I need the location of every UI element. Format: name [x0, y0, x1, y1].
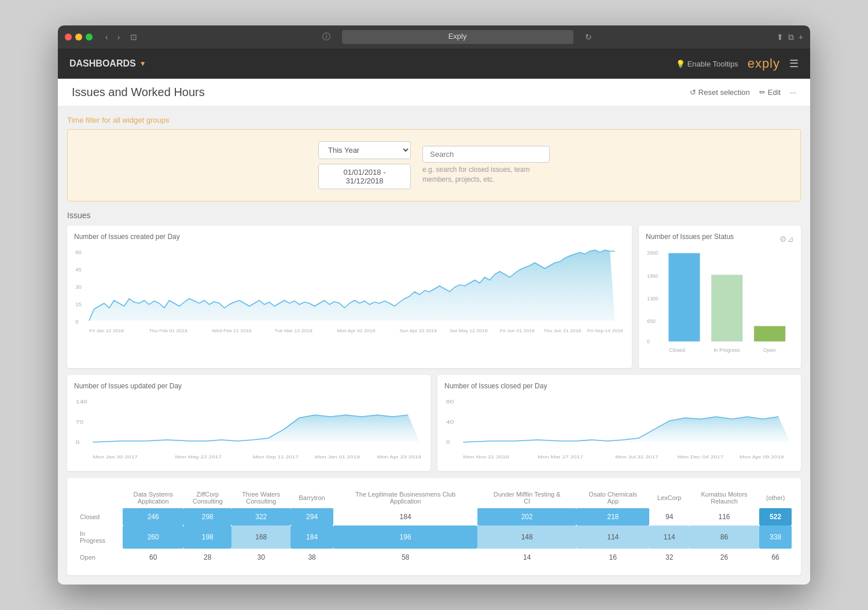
cell-open-data-systems[interactable]: 60 — [123, 549, 183, 566]
svg-text:45: 45 — [75, 267, 82, 273]
col-ziffcorp: ZiffCorpConsulting — [183, 487, 231, 508]
svg-text:0: 0 — [75, 319, 78, 325]
svg-text:Thu Jun 21 2018: Thu Jun 21 2018 — [543, 328, 581, 333]
back-button[interactable]: ‹ — [102, 31, 112, 43]
tabs-button[interactable]: ⧉ — [788, 32, 794, 42]
cell-progress-ziffcorp[interactable]: 198 — [183, 526, 231, 549]
svg-text:2600: 2600 — [647, 250, 659, 256]
issues-per-status-title: Number of Issues per Status — [646, 233, 779, 241]
cell-closed-lexcorp[interactable]: 94 — [649, 508, 689, 526]
cell-progress-barrytron[interactable]: 184 — [290, 526, 333, 549]
cell-closed-three-waters[interactable]: 322 — [231, 508, 290, 526]
cell-closed-dunder[interactable]: 202 — [477, 508, 576, 526]
cell-progress-dunder[interactable]: 148 — [477, 526, 576, 549]
col-legitimate: The Legitimate Businessmens ClubApplicat… — [333, 487, 478, 508]
bottom-charts-row: Number of Issues updated per Day 140 70 … — [67, 375, 801, 471]
chart1-area — [89, 250, 615, 321]
bar-chart-svg: 2600 1950 1300 650 0 Closed In Progress … — [646, 245, 794, 361]
cell-open-other[interactable]: 66 — [759, 549, 792, 566]
page-actions: ↺ Reset selection ✏ Edit ··· — [690, 88, 796, 97]
cell-closed-ziffcorp[interactable]: 298 — [183, 508, 231, 526]
row-label-closed: Closed — [76, 508, 123, 526]
main-window: ‹ › ⊡ ⓘ Exply ↻ ⬆ ⧉ + DASHBOARDS ▼ 💡 Ena… — [58, 25, 810, 585]
col-dunder: Dunder Mifflin Testing &CI — [477, 487, 576, 508]
svg-text:Mon Jan 01 2018: Mon Jan 01 2018 — [315, 454, 360, 459]
cell-closed-other[interactable]: 522 — [759, 508, 792, 526]
col-barrytron: Barrytron — [290, 487, 333, 508]
reset-selection-button[interactable]: ↺ Reset selection — [690, 88, 750, 97]
dashboards-arrow-icon[interactable]: ▼ — [139, 60, 146, 68]
url-field[interactable]: Exply — [342, 30, 573, 44]
cell-closed-data-systems[interactable]: 246 — [123, 508, 183, 526]
svg-text:Sun Apr 22 2018: Sun Apr 22 2018 — [400, 328, 437, 333]
svg-text:Sat May 12 2018: Sat May 12 2018 — [450, 328, 488, 333]
svg-text:Fri Jan 12 2018: Fri Jan 12 2018 — [89, 328, 124, 333]
svg-text:In Progress: In Progress — [713, 347, 740, 353]
top-charts-row: Number of Issues created per Day 60 45 3… — [67, 226, 801, 368]
cell-closed-kumatsu[interactable]: 116 — [689, 508, 759, 526]
enable-tooltips-button[interactable]: 💡 Enable Tooltips — [676, 60, 738, 68]
dots-icon: ··· — [790, 88, 796, 97]
forward-button[interactable]: › — [114, 31, 124, 43]
search-input[interactable] — [422, 146, 550, 163]
info-icon[interactable]: ⓘ — [322, 32, 330, 42]
cell-open-ziffcorp[interactable]: 28 — [183, 549, 231, 566]
cell-closed-legitimate[interactable]: 184 — [333, 508, 478, 526]
cell-progress-three-waters[interactable]: 168 — [231, 526, 290, 549]
minimize-button[interactable] — [75, 34, 82, 41]
filter-icon[interactable]: ⊿ — [787, 234, 794, 244]
bar-in-progress[interactable] — [711, 275, 742, 341]
cell-progress-legitimate[interactable]: 196 — [333, 526, 478, 549]
more-options-button[interactable]: ··· — [790, 88, 796, 97]
cell-open-dunder[interactable]: 14 — [477, 549, 576, 566]
cell-open-lexcorp[interactable]: 32 — [649, 549, 689, 566]
time-filter-section: Time filter for all widget groups This Y… — [67, 116, 801, 201]
settings-icon[interactable]: ⚙ — [779, 234, 787, 244]
table-row: Open 60 28 30 38 58 14 16 32 26 66 — [76, 549, 792, 566]
close-button[interactable] — [65, 34, 72, 41]
cell-open-legitimate[interactable]: 58 — [333, 549, 478, 566]
share-button[interactable]: ⬆ — [777, 32, 784, 42]
title-bar: ‹ › ⊡ ⓘ Exply ↻ ⬆ ⧉ + — [58, 25, 810, 49]
cell-open-kumatsu[interactable]: 26 — [689, 549, 759, 566]
year-select[interactable]: This Year — [318, 141, 411, 159]
cell-progress-other[interactable]: 338 — [759, 526, 792, 549]
search-hint: e.g. search for closed issues, team memb… — [422, 165, 550, 185]
dashboards-text: DASHBOARDS — [69, 58, 136, 69]
menu-icon[interactable]: ☰ — [789, 57, 799, 70]
logo-e-accent: e — [748, 56, 755, 71]
traffic-lights — [65, 34, 93, 41]
maximize-button[interactable] — [86, 34, 93, 41]
svg-text:0: 0 — [647, 339, 650, 344]
cell-open-barrytron[interactable]: 38 — [290, 549, 333, 566]
chart-side-header: Number of Issues per Status ⚙ ⊿ — [646, 233, 794, 245]
bar-closed[interactable] — [668, 253, 700, 341]
svg-text:60: 60 — [75, 249, 82, 255]
cell-closed-osato[interactable]: 218 — [576, 508, 650, 526]
svg-text:Open: Open — [763, 347, 776, 353]
cell-closed-barrytron[interactable]: 294 — [290, 508, 333, 526]
cell-open-three-waters[interactable]: 30 — [231, 549, 290, 566]
reader-icon[interactable]: ⊡ — [130, 32, 137, 42]
edit-button[interactable]: ✏ Edit — [759, 88, 781, 97]
table-row: InProgress 260 198 168 184 196 148 114 1… — [76, 526, 792, 549]
cell-progress-osato[interactable]: 114 — [576, 526, 650, 549]
svg-text:80: 80 — [446, 399, 454, 405]
app-header: DASHBOARDS ▼ 💡 Enable Tooltips exply ☰ — [58, 49, 810, 79]
cell-progress-kumatsu[interactable]: 86 — [689, 526, 759, 549]
issues-updated-title: Number of Issues updated per Day — [74, 382, 424, 390]
bar-open[interactable] — [754, 326, 785, 341]
page-title: Issues and Worked Hours — [72, 86, 205, 99]
new-tab-button[interactable]: + — [799, 32, 803, 42]
reload-button[interactable]: ↻ — [585, 32, 592, 42]
cell-progress-data-systems[interactable]: 260 — [123, 526, 183, 549]
svg-text:Fri Sep 14 2018: Fri Sep 14 2018 — [587, 328, 623, 333]
issues-per-status-chart: Number of Issues per Status ⚙ ⊿ 2600 195… — [639, 226, 801, 368]
page-header: Issues and Worked Hours ↺ Reset selectio… — [58, 79, 810, 106]
row-label-header — [76, 487, 123, 508]
issues-closed-chart: Number of Issues closed per Day 80 40 0 … — [437, 375, 801, 471]
svg-text:Mon Nov 21 2016: Mon Nov 21 2016 — [463, 454, 509, 459]
issues-updated-svg: 140 70 0 Mon Jan 30 2017 Mon May 22 2017… — [74, 395, 424, 464]
cell-progress-lexcorp[interactable]: 114 — [649, 526, 689, 549]
cell-open-osato[interactable]: 16 — [576, 549, 650, 566]
